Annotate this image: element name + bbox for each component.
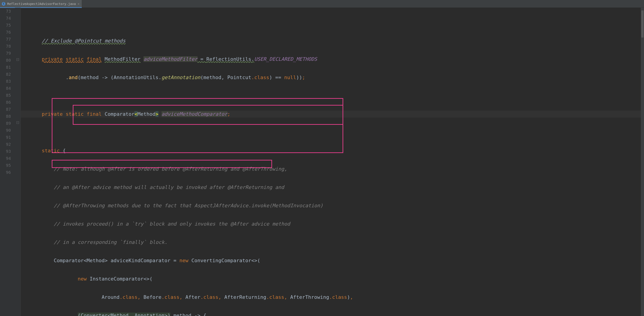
fold-marker-icon[interactable]	[16, 58, 19, 61]
line-number-gutter: 73 74 75 76 77 78 79 80 81 82 83 84 85 8…	[0, 8, 15, 316]
annotation-box-outer	[52, 98, 343, 153]
close-icon[interactable]: ×	[78, 2, 79, 6]
comment: // Exclude @Pointcut methods	[42, 38, 126, 44]
fold-column	[15, 8, 21, 316]
fold-marker-icon[interactable]	[16, 122, 19, 124]
code-area[interactable]: // Exclude @Pointcut methods private sta…	[21, 8, 641, 316]
scrollbar-thumb[interactable]	[641, 10, 644, 38]
tab-file[interactable]: C ReflectiveAspectJAdvisorFactory.java ×	[0, 0, 82, 8]
tab-bar: C ReflectiveAspectJAdvisorFactory.java ×	[0, 0, 644, 8]
tab-filename: ReflectiveAspectJAdvisorFactory.java	[7, 2, 76, 6]
vertical-scrollbar[interactable]	[641, 8, 644, 316]
class-file-icon: C	[2, 2, 6, 6]
code-editor[interactable]: 73 74 75 76 77 78 79 80 81 82 83 84 85 8…	[0, 8, 644, 316]
